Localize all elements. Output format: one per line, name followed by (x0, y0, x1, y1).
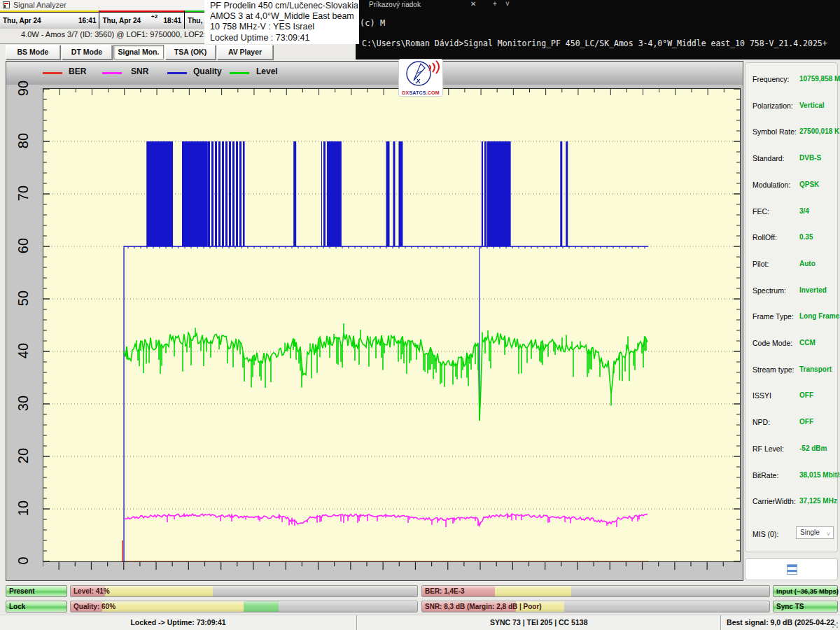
param-row-frequency-: Frequency:10759,858 MHz (746, 66, 839, 93)
clock-utc-offset: +2 (151, 13, 158, 20)
ber-bar: BER: 1,4E-3 (421, 585, 770, 597)
param-row-rf-level-: RF Level:-52 dBm (746, 436, 839, 463)
param-value: 37,125 MHz (799, 497, 837, 505)
param-row-bitrate-: BitRate:38,015 Mbit/s (746, 463, 839, 489)
clock-date: Thu, Apr 24 (3, 17, 41, 24)
site-info-panel: PF Prodelin 450 cm/Lučenec-Slovakia AMOS… (204, 0, 359, 44)
param-label: FEC: (752, 207, 769, 216)
chevron-down-icon: ˅ (827, 528, 830, 540)
param-row-rolloff-: RollOff:0.35 (746, 225, 839, 251)
present-badge: Present (6, 585, 67, 597)
param-value: 27500,018 KS/s (799, 127, 840, 135)
resize-grip[interactable] (832, 622, 839, 629)
satellite-dish-icon (400, 59, 442, 88)
y-tick-label-30: 30 (15, 388, 31, 419)
param-label: Polarization: (752, 102, 793, 110)
legend-line-snr (102, 72, 122, 74)
param-value: Long Frame (799, 312, 839, 320)
param-row-mis: MIS (0):Single˅ (746, 522, 839, 548)
tab-av-player[interactable]: AV Player (217, 45, 273, 59)
tab-dt-mode[interactable]: DT Mode (62, 45, 112, 59)
y-tick-label-90: 90 (15, 73, 31, 104)
param-label: Modulation: (752, 181, 790, 189)
console-prompt-line[interactable]: C:\Users\Roman Dávid>Signal Monitoring_P… (362, 38, 827, 48)
console-dropdown-icon[interactable]: ˅ (505, 0, 510, 8)
signal-chart-window: BERSNRQualityLevel DXSATCS.COM 010203040… (6, 61, 743, 581)
param-value: QPSK (799, 181, 819, 188)
param-value: Auto (799, 260, 816, 267)
y-tick-label-0: 0 (15, 545, 31, 576)
mis-label: MIS (0): (752, 530, 778, 538)
param-value: 38,015 Mbit/s (799, 471, 840, 479)
param-value: -52 dBm (799, 444, 827, 452)
logo-text-part: SATCS (409, 90, 426, 95)
command-prompt-window[interactable]: Príkazový riadok ✕ + ˅ (c) M C:\Users\Ro… (356, 0, 840, 59)
param-row-modulation-: Modulation:QPSK (746, 172, 839, 199)
param-label: RollOff: (752, 233, 777, 241)
param-label: Symbol Rate: (752, 127, 797, 136)
snapshot-button[interactable] (745, 558, 838, 580)
clock-time: 18:41 (164, 17, 182, 24)
y-tick-label-80: 80 (15, 125, 31, 156)
param-row-npd-: NPD:OFF (746, 410, 839, 436)
param-row-symbol-rate-: Symbol Rate:27500,018 KS/s (746, 119, 839, 146)
clock-time-row: Thu, Apr 24+218:41 (99, 13, 184, 29)
param-value: 10759,858 MHz (799, 75, 840, 83)
tab-signal-mon-[interactable]: Signal Mon. (113, 45, 164, 59)
param-value: Vertical (799, 102, 825, 109)
param-value: CCM (799, 339, 816, 346)
param-label: Frame Type: (752, 312, 794, 321)
param-row-carrierwidth-: CarrierWidth:37,125 MHz (746, 489, 839, 515)
logo-text: DXSATCS.COM (399, 90, 442, 95)
signal-traces (43, 89, 740, 561)
snr-bar: SNR: 8,3 dB (Margin: 2,8 dB | Poor) (421, 601, 770, 612)
site-line-3: 10 758 MHz-V : YES Israel (210, 22, 359, 32)
param-label: RF Level: (752, 444, 784, 453)
console-close-icon[interactable]: ✕ (470, 0, 476, 8)
mis-dropdown[interactable]: Single˅ (796, 526, 834, 539)
save-icon (787, 564, 797, 575)
y-tick-label-10: 10 (15, 493, 31, 524)
legend-label-level: Level (256, 66, 278, 76)
site-line-2: AMOS 3 at 4,0°W_Middle East beam (210, 11, 359, 22)
logo-text-part: DX (402, 90, 409, 95)
y-tick-label-20: 20 (15, 440, 31, 471)
param-row-fec-: FEC:3/4 (746, 199, 839, 225)
clock-date: Thu, Apr 24 (102, 17, 141, 24)
console-newtab-icon[interactable]: + (493, 0, 497, 8)
legend-line-level (230, 72, 249, 74)
sync-ts-badge: Sync TS (773, 601, 838, 612)
plot-area (43, 88, 741, 562)
param-label: ISSYI (752, 391, 771, 400)
param-value: Inverted (799, 286, 827, 294)
param-label: Frequency: (752, 75, 790, 83)
parameter-panel: Frequency:10759,858 MHzPolarization:Vert… (745, 62, 838, 552)
param-row-stream-type-: Stream type:Transport (746, 357, 839, 384)
site-line-1: PF Prodelin 450 cm/Lučenec-Slovakia (210, 1, 359, 11)
param-label: CarrierWidth: (752, 497, 796, 505)
param-value: OFF (799, 391, 813, 399)
console-title: Príkazový riadok (369, 1, 421, 8)
param-value: 3/4 (799, 207, 809, 215)
level-bar: Level: 41% (70, 585, 418, 597)
logo-text-part: .COM (426, 90, 440, 95)
legend-label-ber: BER (69, 66, 86, 76)
window-title: Signal Analyzer (13, 1, 66, 9)
param-label: Code Mode: (752, 339, 792, 347)
tab-tsa-ok-[interactable]: TSA (OK) (165, 45, 216, 59)
legend-label-snr: SNR (131, 66, 148, 76)
param-row-spectrum-: Spectrum:Inverted (746, 278, 839, 304)
legend-line-ber (43, 72, 62, 74)
tab-bs-mode[interactable]: BS Mode (6, 45, 60, 59)
param-row-standard-: Standard:DVB-S (746, 146, 839, 172)
param-row-issyi: ISSYIOFF (746, 383, 839, 410)
y-tick-label-70: 70 (15, 178, 31, 209)
quality-bar: Quality: 60% (70, 601, 418, 612)
clock-time-row: Thu, Apr 2416:41 (0, 13, 99, 29)
param-value: OFF (799, 418, 813, 426)
x-axis-ticks (43, 561, 739, 573)
legend-label-quality: Quality (193, 66, 222, 76)
param-label: Pilot: (752, 260, 769, 268)
input-badge: Input (~36,35 Mbps) (773, 585, 838, 597)
statusbar-uptime: Locked -> Uptime: 73:09:41 (0, 615, 357, 630)
